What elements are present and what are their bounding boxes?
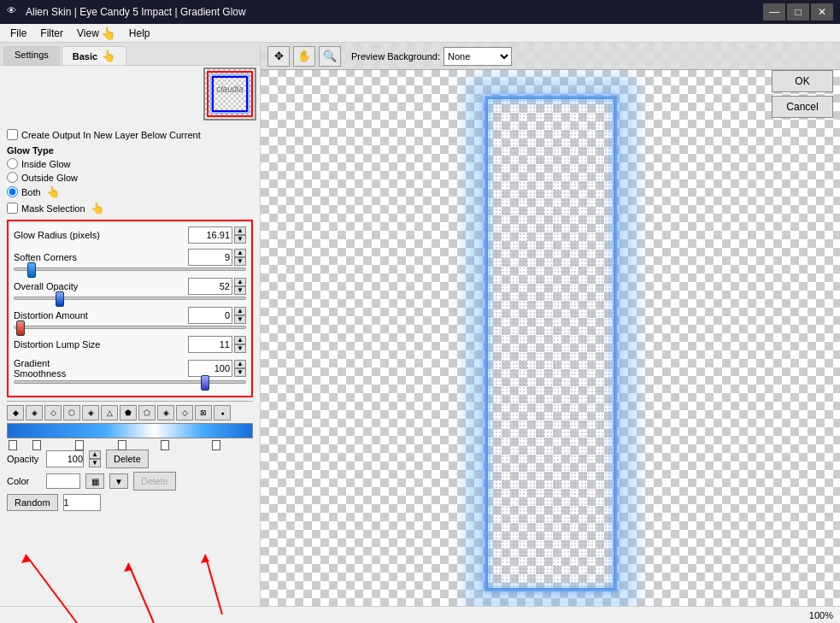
preview-content [261, 70, 840, 589]
stop-marker-4[interactable] [118, 440, 126, 450]
create-output-label: Create Output In New Layer Below Current [21, 130, 201, 140]
distortion-amount-up[interactable]: ▲ [234, 307, 246, 315]
menu-view[interactable]: View 👆 [70, 25, 122, 42]
overall-opacity-input[interactable] [188, 278, 232, 295]
tab-settings[interactable]: Settings [3, 46, 60, 65]
distortion-amount-down[interactable]: ▼ [234, 315, 246, 324]
stop-marker-3[interactable] [75, 440, 84, 450]
cancel-button[interactable]: Cancel [772, 96, 833, 118]
ok-button[interactable]: OK [772, 70, 833, 92]
distortion-amount-label: Distortion Amount [14, 310, 188, 320]
soften-corners-down[interactable]: ▼ [234, 257, 246, 266]
stop-marker-2[interactable] [32, 440, 41, 450]
preview-thumbnail[interactable]: claudia [203, 68, 256, 120]
grad-tool-8[interactable]: ⬠ [138, 405, 156, 420]
mask-selection-checkbox[interactable] [7, 203, 18, 214]
gradient-smoothness-thumb[interactable] [201, 375, 209, 391]
gradient-smoothness-down[interactable]: ▼ [234, 368, 246, 377]
glow-radius-up[interactable]: ▲ [234, 226, 246, 235]
opacity-down[interactable]: ▼ [89, 459, 101, 467]
gradient-section: ◆ ◈ ◇ ⬡ ◈ △ ⬟ ⬠ ◈ ◇ ⊠ ⬥ [7, 401, 253, 511]
color-grid-button[interactable]: ▦ [85, 473, 104, 489]
zoom-level: 100% [809, 610, 833, 620]
inside-glow-radio[interactable] [7, 158, 18, 169]
grad-tool-12[interactable]: ⬥ [214, 405, 231, 420]
svg-marker-3 [124, 563, 132, 572]
soften-corners-spinner: ▲ ▼ [234, 249, 246, 266]
opacity-input[interactable] [46, 450, 84, 467]
color-delete-button[interactable]: Delete [133, 472, 176, 491]
close-button[interactable]: ✕ [811, 3, 833, 21]
both-hand-icon: 👆 [46, 185, 60, 198]
glow-type-label: Glow Type [7, 145, 253, 156]
soften-corners-input[interactable] [188, 249, 232, 266]
distortion-lump-down[interactable]: ▼ [234, 344, 246, 353]
grad-tool-7[interactable]: ⬟ [120, 405, 137, 420]
hand-tool-button[interactable]: ✋ [293, 46, 315, 67]
overall-opacity-thumb[interactable] [56, 291, 64, 307]
grad-tool-4[interactable]: ⬡ [63, 405, 80, 420]
grad-tool-10[interactable]: ◇ [176, 405, 193, 420]
overall-opacity-down[interactable]: ▼ [234, 286, 246, 295]
menu-bar: File Filter View 👆 Help [0, 24, 840, 43]
stop-marker-5[interactable] [161, 440, 169, 450]
random-seed-input[interactable] [63, 494, 101, 511]
color-swatch[interactable] [46, 473, 80, 489]
outside-glow-row: Outside Glow [7, 172, 253, 183]
menu-filter[interactable]: Filter [33, 26, 70, 41]
panel-content: Create Output In New Layer Below Current… [0, 66, 260, 606]
svg-line-4 [205, 555, 222, 606]
move-tool-button[interactable]: ✥ [267, 46, 290, 67]
gradient-bar-container [7, 423, 253, 447]
distortion-lump-up[interactable]: ▲ [234, 336, 246, 344]
distortion-amount-thumb[interactable] [16, 320, 25, 336]
overall-opacity-up[interactable]: ▲ [234, 278, 246, 286]
grad-tool-1[interactable]: ◆ [7, 405, 24, 420]
overall-opacity-label: Overall Opacity [14, 281, 188, 291]
gradient-bar[interactable] [7, 423, 253, 438]
grad-tool-11[interactable]: ⊠ [195, 405, 212, 420]
random-button[interactable]: Random [7, 494, 58, 511]
preview-bg-select[interactable]: None White Black [443, 47, 512, 66]
soften-corners-thumb[interactable] [27, 262, 36, 278]
stop-marker-1[interactable] [9, 440, 17, 450]
opacity-up[interactable]: ▲ [89, 450, 101, 459]
tabs-bar: Settings Basic 👆 [0, 43, 260, 66]
glow-radius-down[interactable]: ▼ [234, 235, 246, 244]
minimize-button[interactable]: — [763, 3, 785, 21]
distortion-amount-input[interactable] [188, 307, 232, 324]
grad-tool-9[interactable]: ◈ [157, 405, 174, 420]
glow-radius-spinner: ▲ ▼ [234, 226, 246, 244]
gradient-toolbar: ◆ ◈ ◇ ⬡ ◈ △ ⬟ ⬠ ◈ ◇ ⊠ ⬥ [7, 405, 253, 420]
create-output-checkbox[interactable] [7, 129, 18, 140]
distortion-lump-row: Distortion Lump Size ▲ ▼ [14, 336, 246, 353]
menu-file[interactable]: File [3, 26, 33, 41]
soften-corners-row: Soften Corners ▲ ▼ [14, 249, 246, 271]
overall-opacity-track [14, 297, 246, 300]
maximize-button[interactable]: □ [787, 3, 809, 21]
glow-banner [485, 96, 617, 591]
gradient-smoothness-input-group: ▲ ▼ [188, 360, 246, 377]
mask-hand-icon: 👆 [91, 202, 104, 215]
inside-glow-label: Inside Glow [21, 159, 70, 169]
zoom-tool-button[interactable]: 🔍 [319, 46, 341, 67]
grad-tool-3[interactable]: ◇ [44, 405, 62, 420]
soften-corners-up[interactable]: ▲ [234, 249, 246, 257]
opacity-delete-button[interactable]: Delete [106, 450, 149, 468]
grad-tool-2[interactable]: ◈ [26, 405, 43, 420]
tab-basic[interactable]: Basic 👆 [62, 46, 126, 65]
gradient-smoothness-up[interactable]: ▲ [234, 360, 246, 368]
distortion-lump-input[interactable] [188, 336, 232, 353]
outside-glow-radio[interactable] [7, 172, 18, 183]
distortion-lump-spinner: ▲ ▼ [234, 336, 246, 353]
stop-marker-6[interactable] [212, 440, 220, 450]
distortion-amount-spinner: ▲ ▼ [234, 307, 246, 324]
color-dropdown-button[interactable]: ▼ [109, 473, 128, 489]
gradient-smoothness-input[interactable] [188, 360, 232, 377]
svg-line-2 [128, 563, 154, 606]
glow-radius-input[interactable] [188, 226, 232, 244]
menu-help[interactable]: Help [122, 26, 157, 41]
grad-tool-5[interactable]: ◈ [82, 405, 99, 420]
both-glow-radio[interactable] [7, 186, 18, 197]
grad-tool-6[interactable]: △ [101, 405, 118, 420]
